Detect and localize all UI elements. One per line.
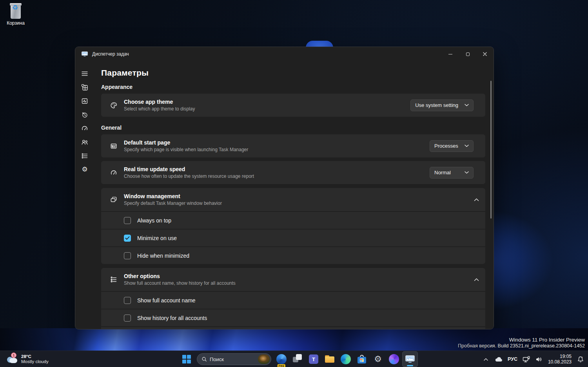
maximize-icon xyxy=(466,52,470,56)
watermark-line1: Windows 11 Pro Insider Preview xyxy=(458,337,585,343)
settings-icon: ⚙ xyxy=(374,355,382,363)
overlapping-windows-icon xyxy=(110,196,118,204)
show-history-all-accounts-label: Show history for all accounts xyxy=(137,315,207,321)
tray-language-indicator[interactable]: РУС xyxy=(506,356,519,362)
pre-badge: PRE xyxy=(278,364,285,367)
close-button[interactable] xyxy=(476,47,494,61)
option-hide-when-minimized[interactable]: Hide when minimized xyxy=(101,247,485,264)
watermark-line2: Пробная версия. Build 23521.ni_prereleas… xyxy=(458,343,585,349)
taskbar-app-snip[interactable] xyxy=(290,351,305,367)
option-always-on-top[interactable]: Always on top xyxy=(101,212,485,229)
chevron-up-icon[interactable] xyxy=(474,278,479,281)
taskbar-app-store[interactable] xyxy=(354,351,370,367)
update-speed-dropdown[interactable]: Normal xyxy=(430,167,474,179)
tray-show-hidden-icons[interactable] xyxy=(481,353,491,365)
recycle-bin[interactable]: Корзина xyxy=(3,3,28,26)
services-icon: ⚙ xyxy=(82,165,87,174)
show-full-account-name-checkbox[interactable] xyxy=(124,297,131,304)
users-icon xyxy=(81,138,89,146)
scrollbar-thumb[interactable] xyxy=(490,81,492,219)
file-explorer-icon xyxy=(325,355,334,363)
theme-dropdown[interactable]: Use system setting xyxy=(410,99,474,111)
page-title: Параметры xyxy=(101,68,485,78)
weather-temperature: 28°C xyxy=(21,354,49,359)
minimize-icon xyxy=(448,54,452,54)
minimize-on-use-checkbox[interactable] xyxy=(124,235,131,242)
close-icon xyxy=(483,52,487,56)
search-highlight-image xyxy=(258,354,270,364)
search-placeholder: Поиск xyxy=(210,356,255,362)
sidebar-item-services[interactable]: ⚙ xyxy=(78,163,91,176)
hide-when-minimized-checkbox[interactable] xyxy=(124,252,131,259)
sidebar-item-app-history[interactable] xyxy=(78,108,91,121)
option-show-full-account-name[interactable]: Show full account name xyxy=(101,292,485,309)
start-button[interactable] xyxy=(179,351,194,367)
volume-icon xyxy=(535,356,543,362)
window-management-header[interactable]: Window management Specify default Task M… xyxy=(101,188,485,211)
show-history-all-accounts-checkbox[interactable] xyxy=(124,315,131,322)
option-show-history-all-accounts[interactable]: Show history for all accounts xyxy=(101,309,485,326)
hamburger-icon xyxy=(81,70,89,78)
taskbar-app-dev-home[interactable] xyxy=(386,351,402,367)
sidebar-item-performance[interactable] xyxy=(78,94,91,108)
system-tray: РУС 19:05 10.08.2023 z xyxy=(481,351,586,367)
chevron-down-icon xyxy=(465,171,469,174)
card-default-start-page: Default start page Specify which page is… xyxy=(101,134,485,157)
minimize-button[interactable] xyxy=(442,47,459,61)
taskbar-app-insider-pre[interactable]: PRE xyxy=(274,351,289,367)
startup-apps-icon xyxy=(81,125,89,132)
taskbar-app-settings[interactable]: ⚙ xyxy=(370,351,386,367)
update-speed-title: Real time update speed xyxy=(124,166,254,172)
taskbar-app-edge[interactable] xyxy=(338,351,354,367)
tray-onedrive[interactable] xyxy=(494,353,504,365)
dev-home-icon xyxy=(389,354,399,364)
taskbar-app-teams[interactable]: T xyxy=(306,351,321,367)
card-other-options: Other options Show full account name, sh… xyxy=(101,268,485,329)
weather-widget[interactable]: 1 28°C Mostly cloudy xyxy=(4,351,51,367)
teams-icon: T xyxy=(309,354,318,364)
settings-content: Параметры Appearance Choose app theme Se… xyxy=(94,61,494,329)
tray-network[interactable] xyxy=(521,353,532,365)
tray-notifications[interactable]: z xyxy=(575,353,586,365)
card-window-management: Window management Specify default Task M… xyxy=(101,188,485,264)
processes-icon xyxy=(81,83,89,91)
hamburger-menu-button[interactable] xyxy=(78,67,91,80)
taskbar-app-task-manager[interactable] xyxy=(402,351,418,367)
always-on-top-label: Always on top xyxy=(137,217,171,224)
details-icon xyxy=(81,152,89,160)
update-speed-dropdown-value: Normal xyxy=(434,170,451,175)
search-input[interactable]: Поиск xyxy=(197,353,271,365)
start-page-dropdown-value: Processes xyxy=(434,143,458,149)
recycle-bin-label: Корзина xyxy=(3,20,28,26)
titlebar[interactable]: Диспетчер задач xyxy=(75,47,494,61)
window-management-title: Window management xyxy=(124,193,222,199)
tray-volume[interactable] xyxy=(534,353,544,365)
search-icon xyxy=(201,356,207,362)
notification-count-badge: 1 xyxy=(11,353,16,358)
tray-date: 10.08.2023 xyxy=(548,359,572,365)
other-options-header[interactable]: Other options Show full account name, sh… xyxy=(101,268,485,291)
sidebar-item-users[interactable] xyxy=(78,135,91,149)
tray-clock[interactable]: 19:05 10.08.2023 xyxy=(546,354,573,365)
minimize-on-use-label: Minimize on use xyxy=(137,235,177,241)
chevron-up-icon[interactable] xyxy=(474,198,479,201)
wallpaper-petal xyxy=(490,196,588,325)
window-list-icon xyxy=(110,142,118,150)
option-minimize-on-use[interactable]: Minimize on use xyxy=(101,230,485,246)
always-on-top-checkbox[interactable] xyxy=(124,217,131,224)
sidebar-item-details[interactable] xyxy=(78,149,91,163)
recycle-bin-icon xyxy=(9,3,22,19)
sidebar-item-startup-apps[interactable] xyxy=(78,121,91,135)
onedrive-cloud-icon xyxy=(494,356,503,362)
notification-bell-icon: z xyxy=(577,356,584,363)
task-manager-window: Диспетчер задач xyxy=(75,47,494,329)
start-page-dropdown[interactable]: Processes xyxy=(430,140,474,152)
sidebar-item-processes[interactable] xyxy=(78,80,91,94)
start-icon xyxy=(182,355,191,363)
chevron-up-icon xyxy=(483,358,488,361)
check-icon xyxy=(125,236,130,240)
insider-watermark: Windows 11 Pro Insider Preview Пробная в… xyxy=(458,337,585,349)
maximize-button[interactable] xyxy=(459,47,476,61)
performance-icon xyxy=(81,97,89,105)
taskbar-app-file-explorer[interactable] xyxy=(322,351,338,367)
